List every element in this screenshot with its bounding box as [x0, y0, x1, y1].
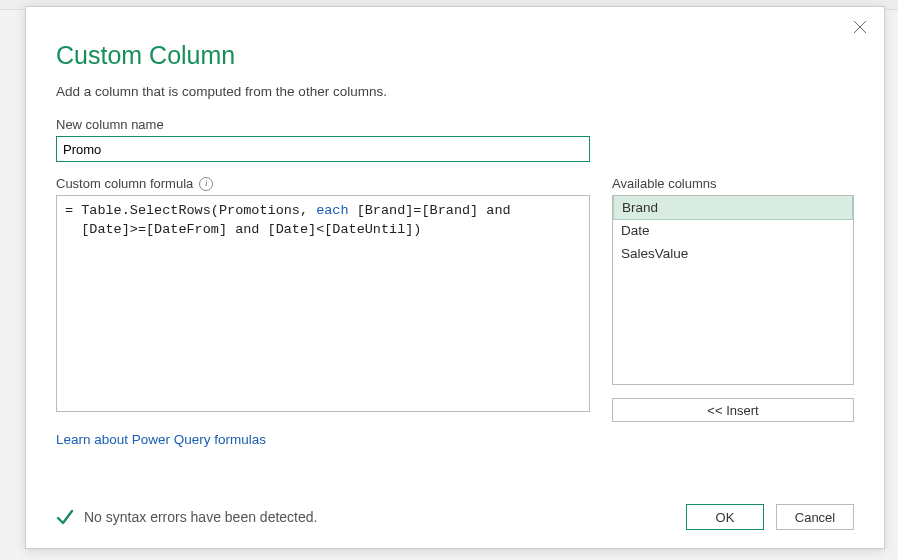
check-icon: [56, 508, 74, 526]
available-columns-list[interactable]: Brand Date SalesValue: [612, 195, 854, 385]
status-text: No syntax errors have been detected.: [84, 509, 317, 525]
new-column-name-input[interactable]: [56, 136, 590, 162]
available-column-item[interactable]: Brand: [613, 195, 853, 220]
formula-label: Custom column formula: [56, 176, 193, 191]
formula-editor[interactable]: = Table.SelectRows(Promotions, each [Bra…: [56, 195, 590, 412]
custom-column-dialog: Custom Column Add a column that is compu…: [25, 6, 885, 549]
learn-link[interactable]: Learn about Power Query formulas: [56, 432, 266, 447]
insert-button[interactable]: << Insert: [612, 398, 854, 422]
new-column-name-label: New column name: [56, 117, 854, 132]
cancel-button[interactable]: Cancel: [776, 504, 854, 530]
dialog-title: Custom Column: [56, 41, 854, 70]
close-button[interactable]: [852, 19, 870, 37]
available-column-item[interactable]: Date: [613, 219, 853, 242]
ok-button[interactable]: OK: [686, 504, 764, 530]
formula-eq: =: [65, 203, 81, 218]
formula-part-1: Table.SelectRows(Promotions,: [81, 203, 316, 218]
formula-keyword: each: [316, 203, 348, 218]
dialog-subtitle: Add a column that is computed from the o…: [56, 84, 854, 99]
available-columns-label: Available columns: [612, 176, 854, 191]
status-row: No syntax errors have been detected.: [56, 508, 317, 526]
available-column-item[interactable]: SalesValue: [613, 242, 853, 265]
close-icon: [852, 23, 868, 38]
info-icon[interactable]: i: [199, 177, 213, 191]
